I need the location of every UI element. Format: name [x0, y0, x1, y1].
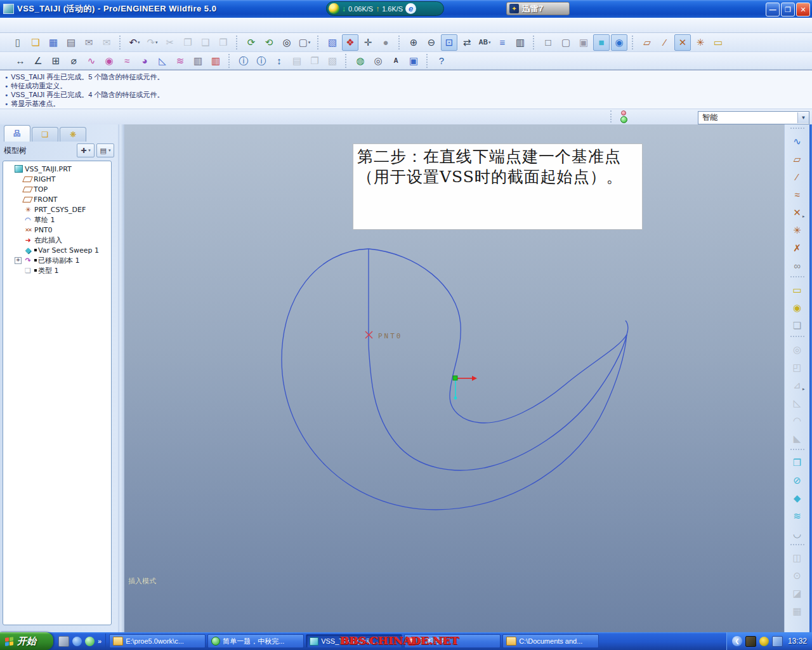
- trim-tool-button[interactable]: ◪: [789, 585, 806, 601]
- menu-file[interactable]: [5, 23, 16, 27]
- datum-csys-tool-button[interactable]: ✳: [789, 222, 806, 238]
- cut-button[interactable]: ✂: [162, 34, 178, 51]
- reference-viewer-button[interactable]: ❐: [306, 53, 323, 69]
- named-views-button[interactable]: AB▾: [476, 34, 493, 51]
- thunder-widget[interactable]: ✦ 迅雷7: [506, 2, 570, 15]
- context-help-button[interactable]: ?: [433, 53, 450, 69]
- saved-orientations-toggle[interactable]: ◉: [611, 34, 627, 51]
- tree-item-part[interactable]: VSS_TAIJI.PRT: [3, 164, 111, 174]
- menu-analysis[interactable]: [51, 23, 62, 27]
- reflection-analysis-button[interactable]: ≋: [172, 53, 188, 69]
- tree-expander-icon[interactable]: [15, 257, 22, 264]
- chamfer-tool-button[interactable]: ◣: [789, 430, 806, 446]
- datum-point-tool-button[interactable]: ✕▸: [789, 204, 806, 220]
- feature-list-button[interactable]: ▧: [324, 53, 341, 69]
- curvature-analysis-button[interactable]: ∿: [83, 53, 100, 69]
- minimize-button[interactable]: —: [766, 3, 780, 17]
- tray-network-icon[interactable]: [772, 636, 783, 647]
- field-point-tool-button[interactable]: ✗: [789, 239, 806, 256]
- tab-model-tree[interactable]: 品: [4, 125, 30, 142]
- tab-favorites[interactable]: ❋: [60, 127, 86, 142]
- view-manager-button[interactable]: ▥: [512, 34, 528, 51]
- saved-analysis-button[interactable]: ▥: [190, 53, 206, 69]
- open-file-button[interactable]: ❏: [27, 34, 44, 51]
- tree-item-right-plane[interactable]: RIGHT: [3, 174, 111, 184]
- hole-tool-button[interactable]: ◎: [789, 341, 806, 357]
- datum-planes-display-toggle[interactable]: ▱: [639, 34, 655, 51]
- ie-icon[interactable]: e: [405, 3, 416, 14]
- measure-distance-button[interactable]: ↔: [12, 53, 29, 69]
- tree-item-vss[interactable]: Var Sect Sweep 1: [3, 245, 111, 255]
- combo-dropdown-icon[interactable]: ▼: [797, 112, 809, 123]
- round-tool-button[interactable]: ◠: [789, 412, 806, 428]
- datum-points-display-toggle[interactable]: ✕: [674, 34, 691, 51]
- rib-tool-button[interactable]: ⊿▸: [789, 376, 806, 393]
- wireframe-toggle[interactable]: □: [540, 34, 556, 51]
- tree-tools-button[interactable]: ✚▾: [77, 143, 95, 157]
- tray-collapse-icon[interactable]: ❮: [732, 636, 742, 646]
- send-email-button[interactable]: ✉: [81, 34, 97, 51]
- print-button[interactable]: ▤: [63, 34, 79, 51]
- reorient-button[interactable]: ⇄: [459, 34, 475, 51]
- annotation-display-toggle[interactable]: ▭: [710, 34, 726, 51]
- no-hidden-toggle[interactable]: ▣: [575, 34, 592, 51]
- shaded-render-button[interactable]: ●: [377, 34, 394, 51]
- model-info-button[interactable]: ⓘ: [253, 53, 270, 69]
- save-file-button[interactable]: ▦: [45, 34, 62, 51]
- style-tool-button[interactable]: ◡: [789, 525, 806, 541]
- menu-insert[interactable]: [39, 23, 51, 27]
- menu-help[interactable]: [108, 23, 119, 27]
- tree-item-type[interactable]: 类型 1: [3, 265, 111, 275]
- tree-settings-button[interactable]: ▤▾: [96, 143, 114, 157]
- refit-button[interactable]: ⊡: [441, 34, 457, 51]
- dropdown-arrow-icon[interactable]: ▾: [488, 40, 491, 45]
- show-desktop-icon[interactable]: [58, 636, 69, 647]
- zoom-in-button[interactable]: ⊕: [405, 34, 422, 51]
- datum-axes-display-toggle[interactable]: ⁄: [657, 34, 673, 51]
- extrude-tool-button[interactable]: ❒: [789, 454, 806, 470]
- dimension-info-button[interactable]: ↕: [271, 53, 287, 69]
- regeneration-status-icon[interactable]: [620, 110, 627, 123]
- close-button[interactable]: ✕: [796, 3, 810, 17]
- measure-angle-button[interactable]: ∠: [30, 53, 46, 69]
- menu-view[interactable]: [28, 23, 39, 27]
- maximize-button[interactable]: ❐: [781, 3, 795, 17]
- ie-quicklaunch-icon[interactable]: [72, 637, 82, 646]
- menu-edit[interactable]: [16, 23, 28, 27]
- new-file-button[interactable]: ▯: [10, 34, 26, 51]
- menu-applications[interactable]: [74, 23, 85, 27]
- revolve-tool-button[interactable]: ⊘: [789, 472, 806, 488]
- undo-button[interactable]: ↶▾: [126, 34, 143, 51]
- network-speed-widget[interactable]: ↓ 0.06K/S ↑ 1.6K/S e: [326, 1, 444, 16]
- spin-center-toggle[interactable]: ❖: [342, 34, 358, 51]
- tree-item-front-plane[interactable]: FRONT: [3, 194, 111, 204]
- delete-analysis-button[interactable]: ▥: [207, 53, 224, 69]
- task-explorer-documents[interactable]: C:\Documents and...: [502, 634, 599, 648]
- dropdown-arrow-icon[interactable]: ▾: [308, 40, 311, 45]
- shaded-curvature-button[interactable]: ◕: [136, 53, 153, 69]
- tree-item-csys[interactable]: PRT_CSYS_DEF: [3, 204, 111, 215]
- regenerate-button[interactable]: ⟳: [243, 34, 259, 51]
- draft-tool-button[interactable]: ◺: [789, 394, 806, 411]
- tree-item-point[interactable]: PNT0: [3, 225, 111, 235]
- tab-folder-browser[interactable]: ❏: [32, 127, 58, 142]
- dropdown-arrow-icon[interactable]: ▾: [155, 40, 158, 45]
- surface-analysis-button[interactable]: ◉: [101, 53, 117, 69]
- datum-plane-tool-button[interactable]: ▱: [789, 150, 806, 167]
- zoom-out-button[interactable]: ⊖: [423, 34, 440, 51]
- send-link-button[interactable]: ✉: [98, 34, 115, 51]
- flyout-arrow-icon[interactable]: ▸: [802, 214, 805, 219]
- auto-regenerate-button[interactable]: ⟲: [261, 34, 277, 51]
- note-tool-button[interactable]: ▭: [789, 281, 806, 298]
- paste-button[interactable]: ❑: [197, 34, 214, 51]
- boundary-blend-tool-button[interactable]: ≋: [789, 507, 806, 524]
- shaded-toggle[interactable]: ■: [593, 34, 610, 51]
- paste-special-button[interactable]: ❒: [215, 34, 232, 51]
- tree-item-insert-here[interactable]: 在此插入: [3, 235, 111, 245]
- sketch-tool-button[interactable]: ∿: [789, 133, 806, 149]
- mirror-tool-button[interactable]: ◫: [789, 549, 806, 566]
- copy-button[interactable]: ❐: [180, 34, 196, 51]
- repaint-button[interactable]: ▧: [324, 34, 341, 51]
- tree-item-top-plane[interactable]: TOP: [3, 184, 111, 194]
- redo-button[interactable]: ↷▾: [144, 34, 160, 51]
